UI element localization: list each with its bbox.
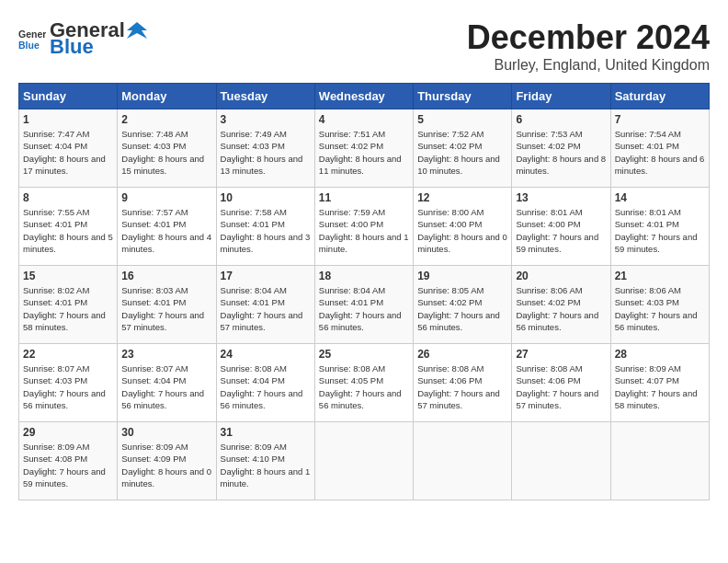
col-saturday: Saturday xyxy=(610,84,709,109)
day-cell: 4 Sunrise: 7:51 AMSunset: 4:02 PMDayligh… xyxy=(314,109,413,188)
col-friday: Friday xyxy=(512,84,610,109)
day-cell: 22 Sunrise: 8:07 AMSunset: 4:03 PMDaylig… xyxy=(19,344,118,422)
day-cell: 28 Sunrise: 8:09 AMSunset: 4:07 PMDaylig… xyxy=(610,344,709,422)
day-cell: 10 Sunrise: 7:58 AMSunset: 4:01 PMDaylig… xyxy=(216,188,314,266)
day-cell: 26 Sunrise: 8:08 AMSunset: 4:06 PMDaylig… xyxy=(414,344,512,422)
col-wednesday: Wednesday xyxy=(314,84,413,109)
day-cell: 19 Sunrise: 8:05 AMSunset: 4:02 PMDaylig… xyxy=(414,266,512,344)
empty-cell xyxy=(512,422,610,500)
svg-text:Blue: Blue xyxy=(18,40,40,51)
title-area: December 2024 Burley, England, United Ki… xyxy=(467,18,710,74)
main-title: December 2024 xyxy=(467,18,710,57)
svg-text:General: General xyxy=(18,29,46,40)
day-cell: 1 Sunrise: 7:47 AMSunset: 4:04 PMDayligh… xyxy=(19,109,118,188)
col-sunday: Sunday xyxy=(19,84,118,109)
day-cell: 12 Sunrise: 8:00 AMSunset: 4:00 PMDaylig… xyxy=(414,188,512,266)
calendar-week-4: 22 Sunrise: 8:07 AMSunset: 4:03 PMDaylig… xyxy=(19,344,710,422)
svg-marker-3 xyxy=(127,22,147,39)
day-cell: 29 Sunrise: 8:09 AMSunset: 4:08 PMDaylig… xyxy=(19,422,118,500)
day-cell: 9 Sunrise: 7:57 AMSunset: 4:01 PMDayligh… xyxy=(118,188,216,266)
day-cell: 30 Sunrise: 8:09 AMSunset: 4:09 PMDaylig… xyxy=(118,422,216,500)
day-cell: 17 Sunrise: 8:04 AMSunset: 4:01 PMDaylig… xyxy=(216,266,314,344)
day-cell: 13 Sunrise: 8:01 AMSunset: 4:00 PMDaylig… xyxy=(512,188,610,266)
day-cell: 3 Sunrise: 7:49 AMSunset: 4:03 PMDayligh… xyxy=(216,109,314,188)
empty-cell xyxy=(610,422,709,500)
day-cell: 14 Sunrise: 8:01 AMSunset: 4:01 PMDaylig… xyxy=(610,188,709,266)
empty-cell xyxy=(414,422,512,500)
day-cell: 23 Sunrise: 8:07 AMSunset: 4:04 PMDaylig… xyxy=(118,344,216,422)
logo-icon: General Blue xyxy=(18,25,46,52)
day-cell: 18 Sunrise: 8:04 AMSunset: 4:01 PMDaylig… xyxy=(314,266,413,344)
day-cell: 25 Sunrise: 8:08 AMSunset: 4:05 PMDaylig… xyxy=(314,344,413,422)
calendar-header-row: Sunday Monday Tuesday Wednesday Thursday… xyxy=(19,84,710,109)
day-cell: 15 Sunrise: 8:02 AMSunset: 4:01 PMDaylig… xyxy=(19,266,118,344)
col-tuesday: Tuesday xyxy=(216,84,314,109)
day-cell: 5 Sunrise: 7:52 AMSunset: 4:02 PMDayligh… xyxy=(414,109,512,188)
day-cell: 27 Sunrise: 8:08 AMSunset: 4:06 PMDaylig… xyxy=(512,344,610,422)
calendar-table: Sunday Monday Tuesday Wednesday Thursday… xyxy=(18,83,710,500)
page-header: General Blue General Blue December 2024 … xyxy=(18,18,710,74)
day-cell: 16 Sunrise: 8:03 AMSunset: 4:01 PMDaylig… xyxy=(118,266,216,344)
day-cell: 8 Sunrise: 7:55 AMSunset: 4:01 PMDayligh… xyxy=(19,188,118,266)
subtitle: Burley, England, United Kingdom xyxy=(467,57,710,74)
day-cell: 7 Sunrise: 7:54 AMSunset: 4:01 PMDayligh… xyxy=(610,109,709,188)
logo-bird-icon xyxy=(127,20,147,40)
day-cell: 31 Sunrise: 8:09 AMSunset: 4:10 PMDaylig… xyxy=(216,422,314,500)
calendar-week-2: 8 Sunrise: 7:55 AMSunset: 4:01 PMDayligh… xyxy=(19,188,710,266)
calendar-week-3: 15 Sunrise: 8:02 AMSunset: 4:01 PMDaylig… xyxy=(19,266,710,344)
day-cell: 21 Sunrise: 8:06 AMSunset: 4:03 PMDaylig… xyxy=(610,266,709,344)
col-monday: Monday xyxy=(118,84,216,109)
logo: General Blue General Blue xyxy=(18,18,147,59)
calendar-week-5: 29 Sunrise: 8:09 AMSunset: 4:08 PMDaylig… xyxy=(19,422,710,500)
day-cell: 20 Sunrise: 8:06 AMSunset: 4:02 PMDaylig… xyxy=(512,266,610,344)
day-cell: 2 Sunrise: 7:48 AMSunset: 4:03 PMDayligh… xyxy=(118,109,216,188)
day-cell: 6 Sunrise: 7:53 AMSunset: 4:02 PMDayligh… xyxy=(512,109,610,188)
empty-cell xyxy=(314,422,413,500)
day-cell: 24 Sunrise: 8:08 AMSunset: 4:04 PMDaylig… xyxy=(216,344,314,422)
col-thursday: Thursday xyxy=(414,84,512,109)
day-cell: 11 Sunrise: 7:59 AMSunset: 4:00 PMDaylig… xyxy=(314,188,413,266)
calendar-week-1: 1 Sunrise: 7:47 AMSunset: 4:04 PMDayligh… xyxy=(19,109,710,188)
